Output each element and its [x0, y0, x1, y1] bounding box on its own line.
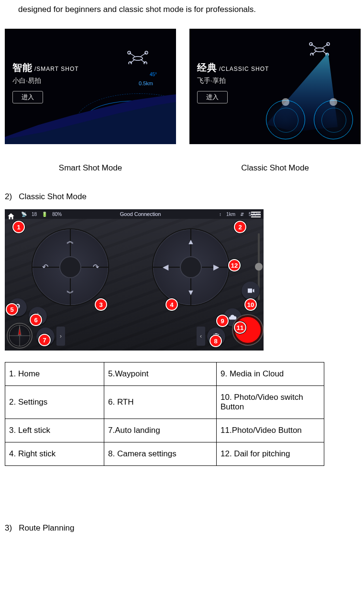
- callout-12: 12: [228, 259, 241, 272]
- section-3-title: Route Planning: [19, 523, 74, 532]
- classic-title-zh: 经典: [197, 62, 217, 73]
- legend-cell: 7.Auto landing: [104, 419, 217, 442]
- section-2-num: 2): [5, 192, 12, 201]
- pitch-slider-thumb[interactable]: [255, 263, 263, 271]
- legend-cell: 10. Photo/Video switch Button: [217, 386, 324, 419]
- mode-cards-row: 智能/SMART SHOT 小白·易拍 进入 45° 0.5km: [5, 29, 354, 173]
- compass-icon: [7, 323, 33, 349]
- callout-11: 11: [234, 321, 246, 334]
- distance-icon: ↕: [219, 212, 221, 217]
- table-row: 2. Settings 6. RTH 10. Photo/Video switc…: [5, 386, 324, 419]
- up-arrow-icon: ▲: [185, 236, 197, 248]
- callout-4: 4: [165, 298, 178, 311]
- status-bar: 📡 18 🔋 80% Good Connection ↕ 1km ⇵ 500m: [5, 209, 264, 219]
- rotate-right-icon: ↷: [90, 261, 101, 273]
- left-arrow-icon: ◀: [160, 261, 171, 273]
- distance-value: 1km: [226, 212, 235, 217]
- down-arrow-icon: ︾: [65, 288, 76, 299]
- svg-line-4: [141, 59, 145, 63]
- legend-cell: 12. Dail for pitching: [217, 442, 324, 466]
- classic-mode-ui-screenshot: 📡 18 🔋 80% Good Connection ↕ 1km ⇵ 500m …: [5, 209, 264, 351]
- smart-title-en: /SMART SHOT: [34, 66, 79, 72]
- intro-text: designed for beginners and classic shot …: [18, 5, 354, 14]
- table-row: 4. Right stick 8. Camera settings 12. Da…: [5, 442, 324, 466]
- right-arrow-icon: ▶: [210, 261, 222, 273]
- svg-line-10: [311, 44, 317, 48]
- svg-marker-24: [18, 327, 21, 336]
- up-arrow-icon: ︽: [65, 235, 76, 247]
- legend-table: 1. Home 5.Waypoint 9. Media in Cloud 2. …: [5, 362, 324, 466]
- callout-2: 2: [234, 221, 246, 233]
- battery-level: 80%: [52, 212, 62, 217]
- legend-cell: 8. Camera settings: [104, 442, 217, 466]
- classic-caption: Classic Shot Mode: [189, 163, 361, 173]
- legend-cell: 1. Home: [5, 362, 104, 386]
- drone-icon: [126, 50, 149, 64]
- legend-cell: 3. Left stick: [5, 419, 104, 442]
- smart-distance-label: 0.5km: [139, 80, 153, 86]
- home-icon[interactable]: [6, 211, 16, 222]
- right-dial: [314, 100, 353, 139]
- expand-left-tab[interactable]: ›: [56, 327, 65, 346]
- smart-shot-card: 智能/SMART SHOT 小白·易拍 进入 45° 0.5km: [5, 29, 176, 173]
- callout-6: 6: [30, 314, 42, 326]
- smart-altitude-label: 45°: [150, 72, 157, 77]
- altitude-icon: ⇵: [240, 212, 244, 217]
- legend-cell: 11.Photo/Video Button: [217, 419, 324, 442]
- smart-caption: Smart Shot Mode: [5, 163, 176, 173]
- callout-8: 8: [210, 335, 222, 347]
- left-joystick[interactable]: ︽ ︾ ↶ ↷: [33, 229, 108, 305]
- smart-title-zh: 智能: [12, 62, 33, 73]
- terrain-graphic: [5, 91, 176, 144]
- callout-3: 3: [95, 298, 107, 311]
- table-row: 1. Home 5.Waypoint 9. Media in Cloud: [5, 362, 324, 386]
- classic-shot-card: 经典/CLASSIC SHOT 飞手·享拍 进入: [189, 29, 361, 173]
- rotate-left-icon: ↶: [39, 261, 51, 273]
- smart-title: 智能/SMART SHOT: [12, 61, 79, 74]
- satellite-icon: 📡: [21, 212, 27, 217]
- section-3-heading: 3)Route Planning: [5, 523, 354, 533]
- battery-icon: 🔋: [42, 212, 47, 217]
- callout-7: 7: [38, 334, 51, 346]
- callout-1: 1: [12, 221, 25, 233]
- classic-subtitle: 飞手·享拍: [197, 77, 226, 85]
- menu-icon[interactable]: [251, 211, 262, 220]
- photo-video-switch-button[interactable]: [242, 282, 260, 300]
- left-dial: [266, 100, 305, 139]
- legend-cell: 6. RTH: [104, 386, 217, 419]
- satellite-count: 18: [32, 212, 37, 217]
- legend-cell: 2. Settings: [5, 386, 104, 419]
- expand-right-tab[interactable]: ‹: [197, 327, 205, 346]
- section-3-num: 3): [5, 523, 12, 532]
- svg-line-11: [322, 44, 328, 48]
- svg-line-2: [141, 53, 146, 57]
- classic-shot-image: 经典/CLASSIC SHOT 飞手·享拍 进入: [189, 29, 361, 144]
- callout-9: 9: [216, 315, 229, 327]
- section-2-heading: 2)Classic Shot Mode: [5, 192, 354, 202]
- smart-shot-image: 智能/SMART SHOT 小白·易拍 进入 45° 0.5km: [5, 29, 176, 144]
- svg-line-1: [129, 53, 135, 57]
- down-arrow-icon: ▼: [185, 287, 197, 298]
- table-row: 3. Left stick 7.Auto landing 11.Photo/Vi…: [5, 419, 324, 442]
- connection-status: Good Connection: [66, 211, 214, 217]
- classic-enter-button[interactable]: 进入: [197, 91, 228, 103]
- section-2-title: Classic Shot Mode: [19, 192, 87, 201]
- legend-cell: 4. Right stick: [5, 442, 104, 466]
- legend-cell: 5.Waypoint: [104, 362, 217, 386]
- callout-5: 5: [6, 303, 18, 316]
- legend-cell: 9. Media in Cloud: [217, 362, 324, 386]
- svg-line-3: [130, 59, 135, 63]
- smart-subtitle: 小白·易拍: [12, 77, 41, 85]
- callout-10: 10: [244, 298, 257, 311]
